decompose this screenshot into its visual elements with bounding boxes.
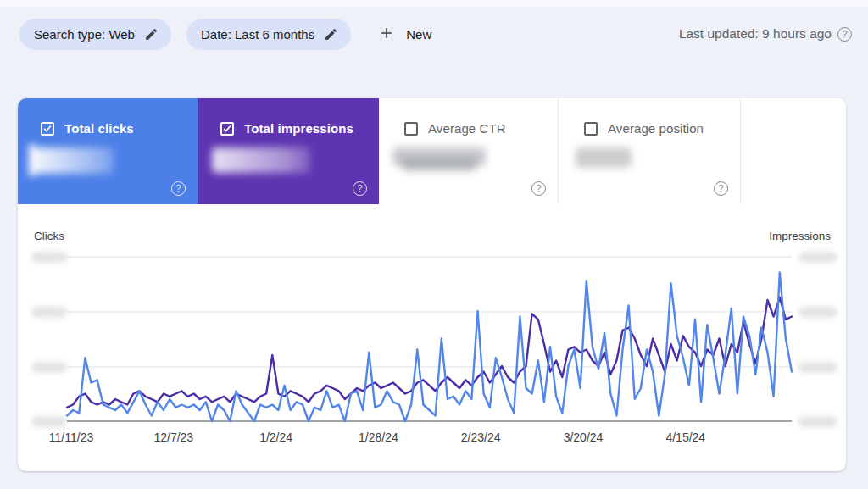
metric-label: Average position: [608, 121, 704, 136]
y-tick-label-blurred: [31, 307, 67, 318]
x-tick-label: 1/2/24: [259, 431, 292, 444]
plus-icon: [378, 25, 395, 44]
blurred-metric-value: [576, 147, 632, 168]
performance-line-chart[interactable]: [18, 242, 846, 437]
left-axis-title: Clicks: [34, 230, 64, 242]
checkbox-unchecked-icon[interactable]: [584, 122, 598, 136]
last-updated-status: Last updated: 9 hours ago ?: [679, 26, 852, 42]
metric-tile-total-impressions[interactable]: Total impressions ?: [198, 98, 379, 204]
y-tick-label-blurred: [798, 307, 837, 318]
page-top-strip: [0, 0, 868, 7]
search-type-chip-label: Search type: Web: [34, 27, 135, 42]
checkbox-checked-icon[interactable]: [220, 122, 234, 136]
help-icon[interactable]: ?: [353, 181, 367, 196]
x-tick-label: 2/23/24: [461, 431, 501, 444]
metric-tile-header: Total clicks: [18, 98, 198, 136]
top-toolbar: Search type: Web Date: Last 6 months New…: [19, 17, 852, 51]
y-tick-label-blurred: [798, 252, 837, 263]
tiles-empty-spacer: [741, 98, 846, 204]
metric-tile-header: Average position: [559, 98, 740, 136]
x-tick-label: 11/11/23: [49, 431, 93, 444]
x-tick-label: 12/7/23: [153, 431, 193, 444]
metric-tile-total-clicks[interactable]: Total clicks ?: [18, 98, 198, 204]
y-tick-label-blurred: [31, 362, 67, 373]
metric-label: Average CTR: [428, 121, 506, 136]
blurred-metric-value: [212, 147, 310, 173]
edit-pencil-icon: [324, 27, 338, 42]
series-line-total-impressions[interactable]: [67, 297, 792, 408]
blurred-metric-value: [392, 147, 486, 166]
metric-tile-average-position[interactable]: Average position ?: [559, 98, 741, 204]
new-button-label: New: [406, 27, 431, 42]
metric-label: Total clicks: [64, 121, 134, 136]
blurred-metric-value: [31, 147, 114, 174]
metric-tile-average-ctr[interactable]: Average CTR ?: [379, 98, 559, 204]
metric-tiles-row: Total clicks ? Total impressions ? Avera…: [18, 98, 846, 204]
metric-label: Total impressions: [244, 121, 353, 136]
right-axis-title: Impressions: [769, 230, 831, 242]
performance-report-card: Total clicks ? Total impressions ? Avera…: [18, 98, 846, 471]
y-tick-label-blurred: [31, 252, 67, 263]
x-tick-label: 4/15/24: [665, 431, 705, 444]
y-tick-label-blurred: [798, 362, 837, 373]
date-range-filter-chip[interactable]: Date: Last 6 months: [186, 19, 351, 50]
checkbox-checked-icon[interactable]: [41, 122, 54, 136]
y-tick-label-blurred: [798, 416, 837, 427]
x-tick-label: 3/20/24: [564, 431, 604, 444]
date-chip-label: Date: Last 6 months: [201, 27, 314, 42]
help-icon[interactable]: ?: [714, 181, 728, 196]
metric-tile-header: Total impressions: [198, 98, 379, 136]
series-line-total-clicks[interactable]: [67, 273, 792, 422]
y-tick-label-blurred: [31, 416, 67, 427]
help-icon[interactable]: ?: [837, 27, 852, 42]
search-type-filter-chip[interactable]: Search type: Web: [19, 19, 171, 50]
help-icon[interactable]: ?: [171, 181, 186, 196]
help-icon[interactable]: ?: [531, 181, 546, 196]
x-axis-tick-labels: 11/11/2312/7/231/2/241/28/242/23/243/20/…: [18, 431, 846, 447]
new-filter-button[interactable]: New: [378, 25, 431, 44]
checkbox-unchecked-icon[interactable]: [404, 122, 418, 136]
x-tick-label: 1/28/24: [359, 431, 398, 444]
metric-tile-header: Average CTR: [379, 98, 558, 136]
last-updated-text: Last updated: 9 hours ago: [679, 26, 832, 42]
edit-pencil-icon: [144, 27, 159, 42]
